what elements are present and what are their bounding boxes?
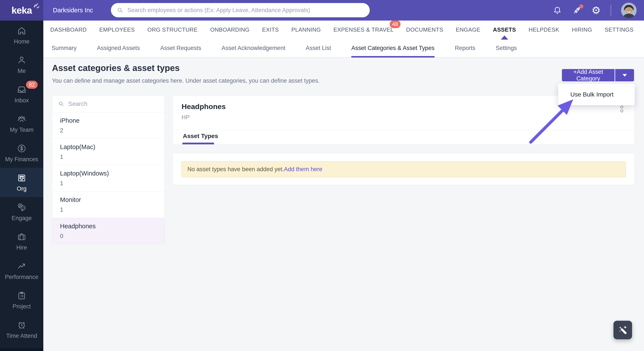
- engage-chat-icon: [17, 202, 27, 212]
- magic-wand-icon: [616, 324, 629, 336]
- sidebar-scroll-notch: [0, 348, 43, 351]
- sidebar-item-label: Hire: [16, 244, 27, 251]
- category-detail-subtitle: HP: [182, 114, 190, 121]
- tab-asset-types[interactable]: Asset Types: [183, 133, 218, 140]
- org-building-icon: [17, 173, 27, 183]
- add-asset-category-split-button: +Add Asset Category: [562, 69, 634, 81]
- keka-logo-text: keka: [12, 5, 32, 16]
- category-count: 1: [60, 206, 164, 213]
- asset-types-content-card: No asset types have been added yet.Add t…: [173, 153, 635, 185]
- category-count: 1: [60, 180, 164, 187]
- category-detail-title: Headphones: [182, 102, 226, 111]
- nav-documents[interactable]: DOCUMENTS: [406, 26, 443, 33]
- subnav-asset-list[interactable]: Asset List: [306, 39, 331, 57]
- sidebar-item-label: My Finances: [5, 156, 38, 163]
- whats-new-rocket-icon[interactable]: [572, 6, 582, 15]
- sidebar-item-inbox[interactable]: 82 Inbox: [0, 79, 43, 109]
- sidebar-item-label: Engage: [12, 215, 32, 222]
- subnav-assigned-assets[interactable]: Assigned Assets: [97, 39, 140, 57]
- category-search[interactable]: [52, 95, 164, 112]
- category-row-headphones[interactable]: Headphones 0: [52, 218, 164, 244]
- clipboard-icon: [17, 291, 27, 301]
- sidebar-item-label: Performance: [5, 274, 38, 281]
- nav-helpdesk[interactable]: HELPDESK: [528, 26, 559, 33]
- detail-divider: [173, 130, 634, 130]
- sidebar-item-label: Inbox: [14, 97, 29, 104]
- subnav-asset-categories-types[interactable]: Asset Categories & Asset Types: [351, 39, 434, 57]
- category-name: Laptop(Windows): [60, 170, 164, 177]
- person-icon: [17, 55, 27, 65]
- sidebar-item-me[interactable]: Me: [0, 50, 43, 79]
- inbox-icon: [17, 85, 27, 95]
- sidebar-item-my-team[interactable]: My Team: [0, 109, 43, 138]
- keka-app: keka Home Me 82 Inbox My Team: [0, 0, 644, 351]
- nav-onboarding[interactable]: ONBOARDING: [210, 26, 250, 33]
- logo-spark-icon: [33, 2, 40, 10]
- kebab-dot: [620, 106, 623, 108]
- subnav-reports[interactable]: Reports: [455, 39, 476, 57]
- category-name: Laptop(Mac): [60, 143, 164, 151]
- company-name: Darksiders Inc: [53, 7, 93, 14]
- briefcase-icon: [17, 232, 27, 242]
- category-row-monitor[interactable]: Monitor 1: [52, 192, 164, 218]
- nav-dashboard[interactable]: DASHBOARD: [50, 26, 87, 33]
- home-icon: [17, 26, 27, 36]
- sidebar-item-org[interactable]: Org: [0, 168, 43, 197]
- add-them-here-link[interactable]: Add them here: [284, 166, 322, 173]
- category-name: Monitor: [60, 196, 164, 203]
- active-tab-underline: [182, 143, 214, 144]
- header-divider: [611, 5, 611, 16]
- settings-gear-icon[interactable]: ⚙: [592, 6, 601, 15]
- category-row-laptop-mac[interactable]: Laptop(Mac) 1: [52, 139, 164, 165]
- kebab-dot: [620, 109, 623, 112]
- sidebar-item-home[interactable]: Home: [0, 20, 43, 50]
- search-icon: [116, 7, 124, 14]
- subnav-summary[interactable]: Summary: [52, 39, 77, 57]
- nav-org-structure[interactable]: ORG STRUCTURE: [147, 26, 198, 33]
- add-asset-category-menu: Use Bulk Import: [558, 84, 635, 105]
- sidebar-item-my-finances[interactable]: My Finances: [0, 138, 43, 168]
- subnav-asset-requests[interactable]: Asset Requests: [160, 39, 201, 57]
- add-asset-category-dropdown-toggle[interactable]: [615, 69, 634, 81]
- sidebar-item-label: Me: [18, 68, 26, 74]
- sidebar-item-engage[interactable]: Engage: [0, 197, 43, 227]
- empty-state-message: No asset types have been added yet.: [187, 166, 284, 173]
- global-search[interactable]: [111, 3, 370, 17]
- menu-item-use-bulk-import[interactable]: Use Bulk Import: [558, 91, 614, 98]
- category-row-iphone[interactable]: iPhone 2: [52, 112, 164, 139]
- trend-arrow-icon: [17, 261, 27, 271]
- nav-planning[interactable]: PLANNING: [291, 26, 321, 33]
- nav-engage[interactable]: ENGAGE: [456, 26, 480, 33]
- sidebar-item-project[interactable]: Project: [0, 286, 43, 315]
- sidebar-item-performance[interactable]: Performance: [0, 256, 43, 286]
- main-nav: DASHBOARD EMPLOYEES ORG STRUCTURE ONBOAR…: [43, 20, 644, 39]
- ai-assistant-fab[interactable]: [614, 321, 632, 339]
- team-icon: [17, 114, 27, 124]
- subnav-asset-acknowledgement[interactable]: Asset Acknowledgement: [222, 39, 285, 57]
- header-actions: ⚙: [552, 2, 637, 18]
- add-asset-category-button[interactable]: +Add Asset Category: [562, 69, 614, 81]
- sidebar-item-hire[interactable]: Hire: [0, 227, 43, 256]
- notifications-bell-icon[interactable]: [552, 6, 562, 15]
- category-count: 2: [60, 127, 164, 134]
- top-header: Darksiders Inc ⚙: [43, 0, 644, 20]
- nav-hiring[interactable]: HIRING: [572, 26, 592, 33]
- nav-settings[interactable]: SETTINGS: [604, 26, 634, 33]
- category-count: 0: [60, 233, 164, 240]
- nav-expenses-travel[interactable]: EXPENSES & TRAVEL48: [333, 26, 394, 33]
- sidebar: keka Home Me 82 Inbox My Team: [0, 0, 43, 351]
- user-avatar[interactable]: [621, 2, 637, 18]
- nav-assets[interactable]: ASSETS: [493, 26, 516, 33]
- global-search-input[interactable]: [127, 7, 364, 14]
- subnav-settings[interactable]: Settings: [496, 39, 517, 57]
- category-row-laptop-windows[interactable]: Laptop(Windows) 1: [52, 165, 164, 192]
- page-description: You can define and manage asset categori…: [52, 77, 320, 84]
- nav-exits[interactable]: EXITS: [262, 26, 279, 33]
- keka-logo[interactable]: keka: [0, 0, 43, 20]
- assets-sub-nav: Summary Assigned Assets Asset Requests A…: [43, 39, 644, 57]
- nav-employees[interactable]: EMPLOYEES: [99, 26, 135, 33]
- sidebar-item-time-attend[interactable]: Time Attend: [0, 315, 43, 344]
- sidebar-item-label: My Team: [10, 127, 33, 133]
- caret-down-icon: [622, 74, 627, 77]
- category-search-input[interactable]: [68, 100, 159, 108]
